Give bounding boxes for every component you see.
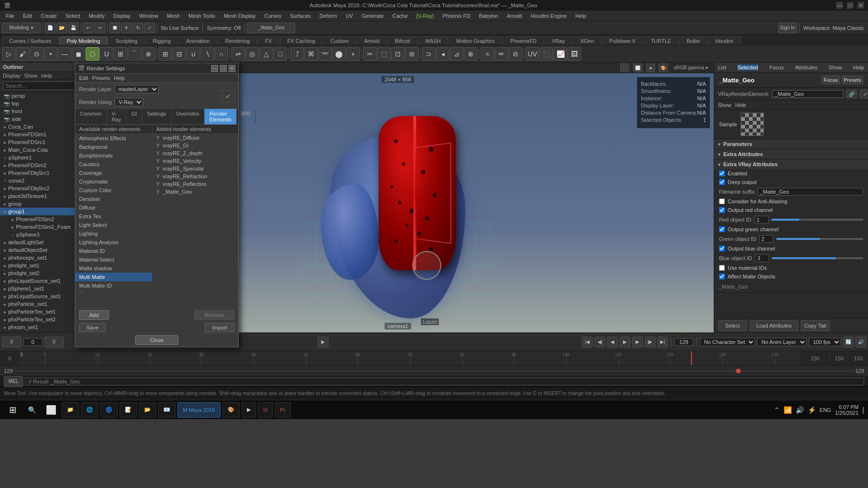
sculpt-btn[interactable]: ✏	[495, 47, 508, 61]
rs-minimize[interactable]: —	[211, 65, 218, 72]
command-mode-btn[interactable]: MEL	[4, 376, 23, 387]
rs-presets[interactable]: Presets	[92, 75, 110, 81]
rs-remove-button[interactable]: Remove	[194, 310, 234, 320]
rs-import-button[interactable]: Import	[205, 323, 234, 332]
menu-display[interactable]: Display	[109, 12, 135, 20]
copy-tab-button[interactable]: Copy Tab	[801, 320, 830, 331]
menu-edit[interactable]: Edit	[19, 12, 36, 20]
rs-item[interactable]: Caustics	[75, 160, 152, 169]
prop-focus[interactable]: Focus	[770, 65, 784, 70]
list-item[interactable]: ~curve2	[0, 177, 81, 185]
redo-btn[interactable]: ↪	[95, 23, 105, 33]
taskbar-app-premiere[interactable]: Pr	[275, 402, 291, 418]
output-blue-checkbox[interactable]	[719, 246, 725, 251]
menu-window[interactable]: Window	[136, 12, 162, 20]
tab-arnold[interactable]: Arnold	[357, 37, 387, 45]
rs-item-custom-color[interactable]: Custom Color	[75, 186, 152, 195]
sign-in-btn[interactable]: Sign In	[778, 23, 797, 33]
timeline-frames[interactable]: 5 15 25 35 45 55 65 75 85 95 105 115 125…	[19, 351, 800, 365]
anim-preview-btn[interactable]: ▶	[318, 337, 328, 347]
rs-added-item[interactable]: YvrayRE_Refraction	[152, 172, 238, 180]
rs-item[interactable]: Diffuse	[75, 203, 152, 212]
close-button[interactable]: ✕	[857, 2, 864, 9]
outliner-display[interactable]: Display	[3, 73, 20, 79]
list-item[interactable]: ▸phxParticleTex_set2	[0, 316, 81, 323]
taskbar-app-maya2[interactable]: M	[258, 402, 273, 418]
list-item[interactable]: ▸PhoenixFDSrc1	[0, 138, 81, 146]
rs-item[interactable]: Coverage	[75, 169, 152, 177]
viewport-tool1[interactable]: ⬛	[620, 64, 629, 72]
fps-select[interactable]: 100 fps	[809, 338, 841, 346]
rs-item[interactable]: Lighting	[75, 229, 152, 238]
rs-tab-overrides[interactable]: Overrides	[172, 109, 205, 124]
list-item[interactable]: ▸Main_Coca-Cola	[0, 146, 81, 154]
red-id-input[interactable]	[754, 216, 769, 224]
frame-scrubber[interactable]	[736, 369, 741, 373]
fill-hole-btn[interactable]: ⬤	[332, 47, 346, 61]
list-item[interactable]: ○pSphere3	[0, 231, 81, 238]
tab-houdini[interactable]: Houdini	[708, 37, 741, 45]
viewport-tool3[interactable]: ◈	[646, 64, 655, 72]
output-red-checkbox[interactable]	[719, 207, 725, 213]
list-item[interactable]: ▸PhoenixFDSim1	[0, 131, 81, 138]
tab-pulldown[interactable]: Pulldown It	[602, 37, 643, 45]
save-btn[interactable]: 💾	[68, 23, 79, 33]
rs-tab-settings[interactable]: Settings	[142, 109, 172, 124]
rs-added-item-matte[interactable]: Y_Matte_Geo	[152, 188, 238, 196]
list-item[interactable]: 📷side	[0, 115, 81, 123]
menu-uv[interactable]: UV	[342, 12, 357, 20]
taskbar-app-files[interactable]: 📂	[139, 402, 156, 418]
shader-editor-btn[interactable]: ⬛	[540, 47, 553, 61]
new-scene-btn[interactable]: 📄	[45, 23, 55, 33]
prop-attributes[interactable]: Attributes	[795, 65, 817, 70]
start-btn[interactable]: ⊞	[4, 401, 21, 419]
open-btn[interactable]: 📂	[56, 23, 67, 33]
minimize-button[interactable]: —	[836, 2, 843, 9]
taskbar-app-chrome[interactable]: 🌐	[81, 402, 98, 418]
tab-custom[interactable]: Custom	[323, 37, 356, 45]
rs-added-item[interactable]: YvrayRE_Specular	[152, 165, 238, 172]
undo-btn[interactable]: ↩	[83, 23, 94, 33]
anim-layer-select[interactable]: No Anim Layer	[757, 338, 807, 346]
prop-list[interactable]: List	[718, 65, 726, 70]
object-btn[interactable]: ⬡	[86, 47, 99, 61]
command-input[interactable]	[25, 378, 864, 385]
rs-item-multi-matte[interactable]: Multi Matte	[75, 273, 152, 281]
taskbar-app-vegas[interactable]: ▶	[242, 402, 256, 418]
rs-item[interactable]: Multi Matte ID	[75, 281, 152, 290]
list-item[interactable]: ▸phxlight_set2	[0, 269, 81, 277]
current-frame-input[interactable]	[23, 338, 42, 346]
tab-phoenix-fd[interactable]: PhoenixFD	[503, 37, 543, 45]
rs-help[interactable]: Help	[114, 75, 125, 81]
rs-added-item[interactable]: YvrayRE_Z_depth	[152, 149, 238, 157]
boolean-diff-btn[interactable]: ∖	[201, 47, 214, 61]
vray-link-btn[interactable]: 🔗	[846, 90, 857, 98]
paint-select-btn[interactable]: 🖌	[16, 47, 29, 61]
rs-tab-gi[interactable]: GI	[126, 109, 142, 124]
rs-add-button[interactable]: Add	[79, 310, 109, 320]
menu-mesh-tools[interactable]: Mesh Tools	[185, 12, 219, 20]
scale-tool[interactable]: ⤢	[144, 23, 155, 33]
menu-surfaces[interactable]: Surfaces	[286, 12, 314, 20]
relax-btn[interactable]: ≈	[481, 47, 494, 61]
list-item[interactable]: ▸defaultLightSet	[0, 238, 81, 246]
list-item[interactable]: ▸PhoenixFDSim2	[0, 215, 81, 223]
prop-selected[interactable]: Selected	[737, 65, 758, 70]
rs-item[interactable]: Lighting Analysis	[75, 238, 152, 247]
list-item[interactable]: 📷persp	[0, 92, 81, 100]
goto-end-btn[interactable]: ▶|	[657, 337, 668, 347]
rs-window-controls[interactable]: — □ ✕	[211, 65, 235, 72]
snap-grid-btn[interactable]: ⊞	[114, 47, 127, 61]
tab-animation[interactable]: Animation	[179, 37, 217, 45]
list-item[interactable]: ▸phxforcepv_set1	[0, 254, 81, 262]
rs-close[interactable]: ✕	[229, 65, 235, 72]
bridge-btn[interactable]: ⌤	[318, 47, 332, 61]
list-item[interactable]: ▸phxLiquidSource_set1	[0, 277, 81, 285]
offset-edge-btn[interactable]: ⊡	[391, 47, 405, 61]
taskbar-app-substance[interactable]: 🎨	[222, 402, 240, 418]
rs-item[interactable]: Background	[75, 143, 152, 151]
rs-item[interactable]: Matte shadow	[75, 264, 152, 273]
list-item[interactable]: ○pSphere1	[0, 154, 81, 161]
menu-curves[interactable]: Curves	[260, 12, 285, 20]
menu-phoenix[interactable]: Phoenix FD	[439, 12, 474, 20]
